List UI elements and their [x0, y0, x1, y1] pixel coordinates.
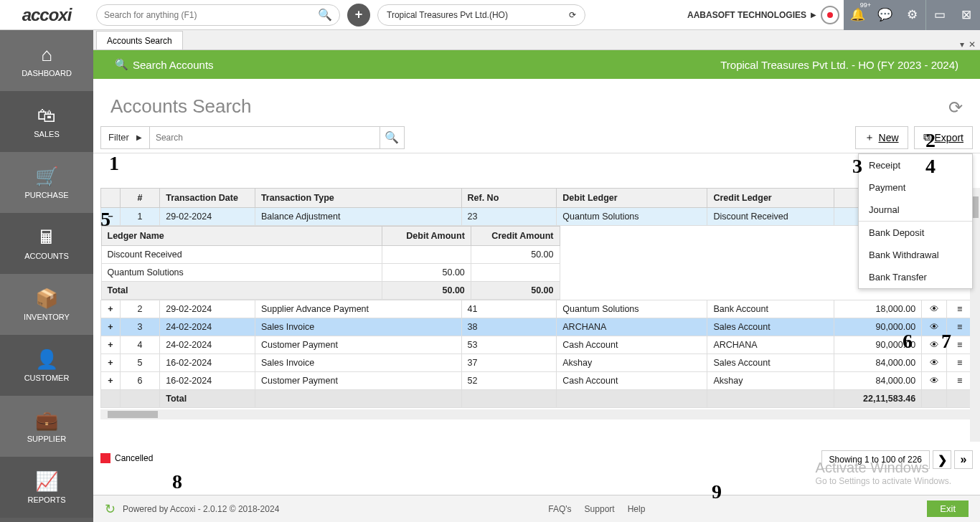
cell-num: 1 — [120, 208, 159, 226]
chat-icon[interactable]: 💬 — [871, 0, 898, 30]
sidebar-item-customer[interactable]: 👤CUSTOMER — [0, 335, 93, 396]
close-icon[interactable]: ⊠ — [953, 0, 980, 30]
tab-dropdown-icon[interactable]: ▾ — [960, 39, 964, 49]
cell-ref: 38 — [461, 318, 557, 336]
legend-cancelled: Cancelled — [100, 453, 153, 463]
tab-close-icon[interactable]: ✕ — [969, 39, 976, 49]
support-link[interactable]: Support — [585, 504, 615, 514]
more-icon[interactable]: ≡ — [947, 372, 973, 390]
table-row[interactable]: + 4 24-02-2024 Customer Payment 53 Cash … — [101, 336, 973, 354]
faq-link[interactable]: FAQ's — [548, 504, 571, 514]
col-credit[interactable]: Credit Ledger — [707, 189, 834, 208]
expander[interactable]: + — [101, 336, 121, 354]
briefcase-icon: 💼 — [35, 409, 58, 432]
col-debit[interactable]: Debit Ledger — [557, 189, 707, 208]
more-icon[interactable]: ≡ — [947, 354, 973, 372]
col-date[interactable]: Transaction Date — [160, 189, 255, 208]
bag-icon: 🛍 — [37, 105, 56, 127]
filter-search-input[interactable] — [150, 127, 380, 148]
user-company-label[interactable]: AABASOFT TECHNOLOGIES — [687, 10, 806, 20]
new-menu-journal[interactable]: Journal — [859, 199, 972, 221]
annotation-9: 9 — [712, 480, 722, 503]
table-row[interactable]: + 3 24-02-2024 Sales Invoice 38 ARCHANA … — [101, 318, 973, 336]
minimize-icon[interactable]: ▭ — [925, 0, 953, 30]
table-row[interactable]: + 5 16-02-2024 Sales Invoice 37 Akshay S… — [101, 354, 973, 372]
more-icon[interactable]: ≡ — [947, 300, 973, 318]
new-menu-payment[interactable]: Payment — [859, 176, 972, 199]
controls-row: Filter▶ 🔍 ＋New ⧉Export Receipt Payment J… — [93, 122, 980, 153]
sidebar-item-purchase[interactable]: 🛒PURCHASE — [0, 152, 93, 213]
horizontal-scrollbar[interactable] — [100, 409, 973, 419]
sidebar-item-sales[interactable]: 🛍SALES — [0, 91, 93, 152]
col-ref[interactable]: Ref. No — [461, 189, 557, 208]
sidebar-item-accounts[interactable]: 🖩ACCOUNTS — [0, 213, 93, 274]
new-menu-receipt[interactable]: Receipt — [859, 154, 972, 176]
cell-num: 4 — [120, 336, 159, 354]
help-link[interactable]: Help — [628, 504, 646, 514]
bell-icon[interactable]: 🔔99+ — [844, 0, 871, 30]
cell-type: Sales Invoice — [255, 318, 461, 336]
cell-ref: 37 — [461, 354, 557, 372]
ledger-expand-row: Ledger NameDebit AmountCredit Amount Dis… — [101, 226, 973, 300]
tab-accounts-search[interactable]: Accounts Search — [96, 31, 183, 49]
add-button[interactable]: + — [347, 4, 370, 27]
export-button[interactable]: ⧉Export — [914, 126, 973, 149]
view-icon[interactable]: 👁 — [922, 372, 947, 390]
sidebar-item-dashboard[interactable]: ⌂DASHBOARD — [0, 30, 93, 91]
expander[interactable]: + — [101, 318, 121, 336]
cart-icon: 🛒 — [35, 166, 58, 188]
ledger-total-label: Total — [101, 282, 382, 300]
refresh-button[interactable]: ⟳ — [948, 98, 963, 118]
sidebar-item-inventory[interactable]: 📦INVENTORY — [0, 274, 93, 335]
table-row[interactable]: − 1 29-02-2024 Balance Adjustment 23 Qua… — [101, 208, 973, 226]
new-menu-bank-transfer[interactable]: Bank Transfer — [859, 266, 972, 288]
ledger-name: Quantum Solutions — [101, 264, 382, 282]
filter-search-button[interactable]: 🔍 — [380, 126, 404, 149]
cell-type: Supplier Advance Payment — [255, 300, 461, 318]
legend-label: Cancelled — [115, 453, 153, 463]
new-button[interactable]: ＋New — [855, 126, 908, 149]
greenbar-title: Search Accounts — [133, 59, 214, 71]
global-search[interactable]: 🔍 — [96, 4, 340, 26]
box-icon: 📦 — [35, 288, 58, 310]
new-menu-bank-deposit[interactable]: Bank Deposit — [859, 221, 972, 244]
gear-icon[interactable]: ⚙ — [898, 0, 925, 30]
expander[interactable]: + — [101, 372, 121, 390]
filter-button[interactable]: Filter▶ — [101, 126, 150, 149]
cell-type: Customer Payment — [255, 336, 461, 354]
col-num[interactable]: # — [120, 189, 159, 208]
cell-credit: ARCHANA — [707, 336, 834, 354]
new-menu-bank-withdrawal[interactable]: Bank Withdrawal — [859, 244, 972, 266]
cell-credit: Discount Received — [707, 208, 834, 226]
cell-num: 5 — [120, 354, 159, 372]
expander[interactable]: + — [101, 354, 121, 372]
content: Accounts Search ▾ ✕ 🔍Search Accounts Tro… — [93, 30, 980, 522]
avatar[interactable] — [821, 6, 839, 24]
sidebar-item-reports[interactable]: 📈REPORTS — [0, 457, 93, 518]
view-icon[interactable]: 👁 — [922, 300, 947, 318]
watermark-line2: Go to Settings to activate Windows. — [816, 476, 951, 486]
table-row[interactable]: + 6 16-02-2024 Customer Payment 52 Cash … — [101, 372, 973, 390]
chevron-right-icon: ▶ — [811, 11, 816, 19]
sidebar-item-label: DASHBOARD — [22, 69, 72, 77]
iconbar: 🔔99+ 💬 ⚙ ▭ ⊠ — [844, 0, 980, 30]
pager-last[interactable]: » — [954, 450, 973, 469]
annotation-1: 1 — [109, 152, 119, 175]
company-selector[interactable]: Tropical Treasures Pvt Ltd.(HO) ⟳ — [377, 4, 585, 26]
watermark-line1: Activate Windows — [816, 460, 951, 476]
search-icon[interactable]: 🔍 — [318, 8, 332, 22]
sidebar-item-label: CUSTOMER — [24, 374, 70, 382]
refresh-icon[interactable]: ⟳ — [569, 10, 576, 20]
calculator-icon: 🖩 — [37, 227, 56, 249]
sidebar-item-label: ACCOUNTS — [24, 252, 69, 260]
expander[interactable]: + — [101, 300, 121, 318]
sidebar-item-supplier[interactable]: 💼SUPPLIER — [0, 396, 93, 457]
col-type[interactable]: Transaction Type — [255, 189, 461, 208]
exit-button[interactable]: Exit — [927, 500, 969, 517]
cell-ref: 53 — [461, 336, 557, 354]
table-row[interactable]: + 2 29-02-2024 Supplier Advance Payment … — [101, 300, 973, 318]
global-search-input[interactable] — [104, 10, 318, 20]
bottombar: ↻ Powered by Accoxi - 2.0.12 © 2018-2024… — [93, 495, 980, 522]
view-icon[interactable]: 👁 — [922, 354, 947, 372]
filter-box: Filter▶ 🔍 — [100, 126, 405, 149]
